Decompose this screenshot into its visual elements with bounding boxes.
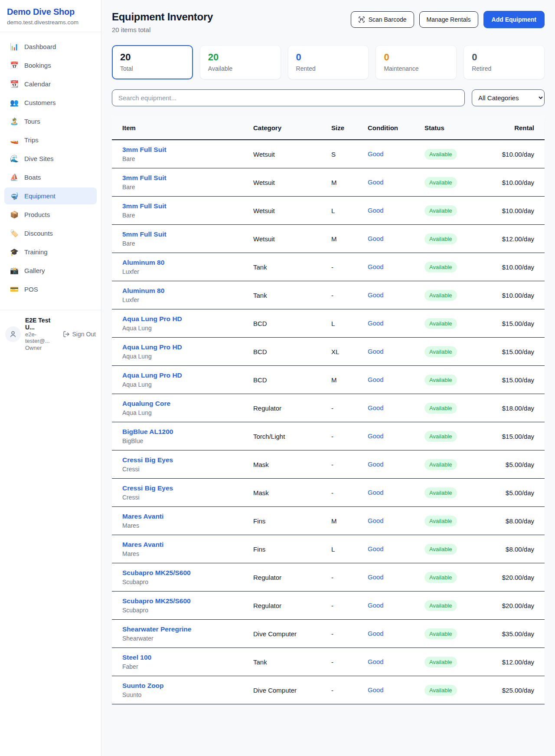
- sidebar-item-boats[interactable]: ⛵ Boats: [4, 169, 97, 186]
- stat-card-rented[interactable]: 0 Rented: [288, 45, 369, 79]
- table-row: Aqua Lung Pro HD Aqua Lung BCD XL Good A…: [112, 338, 545, 366]
- item-size: -: [321, 620, 357, 648]
- condition-link[interactable]: Good: [368, 489, 384, 496]
- table-row: Cressi Big Eyes Cressi Mask - Good Avail…: [112, 479, 545, 507]
- table-row: Steel 100 Faber Tank - Good Available $1…: [112, 648, 545, 676]
- status-badge: Available: [424, 262, 457, 273]
- condition-link[interactable]: Good: [368, 263, 384, 270]
- item-size: M: [321, 507, 357, 535]
- condition-link[interactable]: Good: [368, 432, 384, 440]
- sidebar-item-gallery[interactable]: 📸 Gallery: [4, 262, 97, 279]
- header-actions: Scan Barcode Manage Rentals Add Equipmen…: [351, 11, 545, 28]
- condition-link[interactable]: Good: [368, 235, 384, 242]
- sign-out-button[interactable]: Sign Out: [63, 331, 96, 338]
- item-brand: Bare: [122, 184, 232, 191]
- item-name-link[interactable]: Cressi Big Eyes: [122, 484, 232, 492]
- sidebar-item-dashboard[interactable]: 📊 Dashboard: [4, 38, 97, 55]
- sidebar-item-tours[interactable]: 🏝️ Tours: [4, 113, 97, 130]
- sidebar-item-equipment[interactable]: 🤿 Equipment: [4, 187, 97, 204]
- status-badge: Available: [424, 290, 457, 301]
- sidebar-item-icon: 🏷️: [10, 229, 19, 237]
- item-name-link[interactable]: Cressi Big Eyes: [122, 456, 232, 464]
- status-badge: Available: [424, 516, 457, 526]
- item-category: Tank: [243, 648, 321, 676]
- col-header-size: Size: [321, 115, 357, 140]
- search-input[interactable]: [112, 89, 465, 106]
- item-name-link[interactable]: 5mm Full Suit: [122, 230, 232, 238]
- table-row: Aqua Lung Pro HD Aqua Lung BCD M Good Av…: [112, 366, 545, 394]
- item-name-link[interactable]: Aqua Lung Pro HD: [122, 315, 232, 323]
- item-category: Wetsuit: [243, 225, 321, 253]
- sidebar-item-trips[interactable]: 🚤 Trips: [4, 131, 97, 148]
- sidebar-item-training[interactable]: 🎓 Training: [4, 243, 97, 260]
- condition-link[interactable]: Good: [368, 291, 384, 299]
- condition-link[interactable]: Good: [368, 573, 384, 581]
- sidebar-item-icon: 🏝️: [10, 117, 19, 125]
- stat-card-total[interactable]: 20 Total: [112, 45, 193, 79]
- item-name-link[interactable]: Shearwater Peregrine: [122, 625, 232, 633]
- condition-link[interactable]: Good: [368, 348, 384, 355]
- sidebar-item-customers[interactable]: 👥 Customers: [4, 94, 97, 111]
- item-name-link[interactable]: Aqua Lung Pro HD: [122, 371, 232, 379]
- condition-link[interactable]: Good: [368, 376, 384, 383]
- scan-barcode-button[interactable]: Scan Barcode: [351, 11, 414, 28]
- condition-link[interactable]: Good: [368, 630, 384, 637]
- manage-rentals-button[interactable]: Manage Rentals: [419, 11, 478, 28]
- table-row: 3mm Full Suit Bare Wetsuit S Good Availa…: [112, 140, 545, 168]
- item-name-link[interactable]: 3mm Full Suit: [122, 146, 232, 154]
- category-select[interactable]: All Categories: [472, 89, 545, 106]
- sidebar-item-products[interactable]: 📦 Products: [4, 206, 97, 223]
- condition-link[interactable]: Good: [368, 545, 384, 552]
- sidebar-item-dive-sites[interactable]: 🌊 Dive Sites: [4, 150, 97, 167]
- item-name-link[interactable]: Mares Avanti: [122, 541, 232, 549]
- condition-link[interactable]: Good: [368, 319, 384, 327]
- sidebar-item-calendar[interactable]: 📆 Calendar: [4, 76, 97, 92]
- condition-link[interactable]: Good: [368, 517, 384, 524]
- item-name-link[interactable]: Scubapro MK25/S600: [122, 569, 232, 577]
- sidebar-item-pos[interactable]: 💳 POS: [4, 281, 97, 298]
- item-name-link[interactable]: 3mm Full Suit: [122, 202, 232, 210]
- items-total-count: 20 items total: [112, 26, 213, 33]
- item-size: -: [321, 450, 357, 479]
- item-name-link[interactable]: Aluminum 80: [122, 287, 232, 295]
- condition-link[interactable]: Good: [368, 207, 384, 214]
- sidebar-item-icon: ⛵: [10, 173, 19, 181]
- status-badge: Available: [424, 375, 457, 385]
- item-name-link[interactable]: Aluminum 80: [122, 259, 232, 266]
- rental-price: $20.00/day: [470, 563, 545, 592]
- item-category: BCD: [243, 366, 321, 394]
- sidebar-item-discounts[interactable]: 🏷️ Discounts: [4, 225, 97, 242]
- rental-price: $12.00/day: [470, 648, 545, 676]
- item-name-link[interactable]: Scubapro MK25/S600: [122, 597, 232, 605]
- rental-price: $10.00/day: [470, 281, 545, 309]
- sidebar-item-bookings[interactable]: 📅 Bookings: [4, 57, 97, 74]
- condition-link[interactable]: Good: [368, 404, 384, 411]
- item-name-link[interactable]: 3mm Full Suit: [122, 174, 232, 182]
- item-name-link[interactable]: Suunto Zoop: [122, 682, 232, 690]
- item-category: Wetsuit: [243, 140, 321, 168]
- item-category: Tank: [243, 281, 321, 309]
- item-name-link[interactable]: Mares Avanti: [122, 513, 232, 520]
- col-header-item: Item: [112, 115, 243, 140]
- brand-block: Demo Dive Shop demo.test.divestreams.com: [0, 0, 101, 32]
- condition-link[interactable]: Good: [368, 178, 384, 186]
- stat-card-retired[interactable]: 0 Retired: [464, 45, 545, 79]
- condition-link[interactable]: Good: [368, 460, 384, 468]
- stat-card-maintenance[interactable]: 0 Maintenance: [375, 45, 457, 79]
- item-name-link[interactable]: Aqua Lung Pro HD: [122, 343, 232, 351]
- status-badge: Available: [424, 149, 457, 160]
- stat-label: Available: [208, 65, 273, 72]
- condition-link[interactable]: Good: [368, 602, 384, 609]
- condition-link[interactable]: Good: [368, 686, 384, 694]
- condition-link[interactable]: Good: [368, 658, 384, 665]
- add-equipment-button[interactable]: Add Equipment: [483, 11, 545, 28]
- item-name-link[interactable]: BigBlue AL1200: [122, 428, 232, 436]
- condition-link[interactable]: Good: [368, 150, 384, 158]
- item-size: M: [321, 225, 357, 253]
- item-name-link[interactable]: Steel 100: [122, 654, 232, 661]
- item-category: Mask: [243, 450, 321, 479]
- item-name-link[interactable]: Aqualung Core: [122, 400, 232, 408]
- sidebar-item-icon: 📊: [10, 43, 19, 51]
- rental-price: $35.00/day: [470, 620, 545, 648]
- stat-card-available[interactable]: 20 Available: [200, 45, 281, 79]
